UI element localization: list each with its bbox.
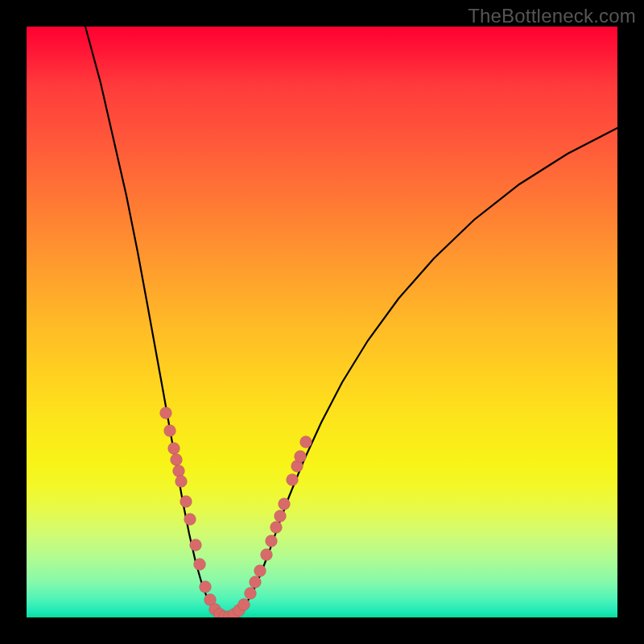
data-dot: [300, 436, 312, 448]
data-dot: [250, 576, 262, 588]
data-dot: [171, 454, 183, 466]
chart-container: TheBottleneck.com: [0, 0, 644, 644]
data-dot: [254, 565, 266, 577]
data-dot: [279, 498, 291, 510]
data-dot: [261, 549, 273, 561]
data-dot: [180, 496, 192, 508]
data-dot: [164, 425, 176, 437]
data-dot: [168, 443, 180, 455]
data-dot: [160, 407, 172, 419]
data-dot: [194, 559, 206, 571]
data-dot: [266, 535, 278, 547]
data-dot: [184, 514, 196, 526]
curve-right: [228, 128, 617, 617]
chart-svg: [27, 27, 617, 617]
data-dot: [190, 539, 202, 551]
data-dot: [173, 465, 185, 477]
data-dot: [295, 451, 307, 463]
data-dots: [160, 407, 312, 618]
data-dot: [275, 510, 287, 522]
data-dot: [270, 522, 283, 534]
watermark-text: TheBottleneck.com: [468, 5, 636, 27]
curve-left: [85, 27, 228, 617]
data-dot: [200, 581, 212, 593]
data-dot: [175, 476, 188, 488]
plot-area: [27, 27, 617, 617]
data-dot: [245, 588, 257, 600]
data-dot: [238, 599, 250, 611]
data-dot: [287, 474, 299, 486]
